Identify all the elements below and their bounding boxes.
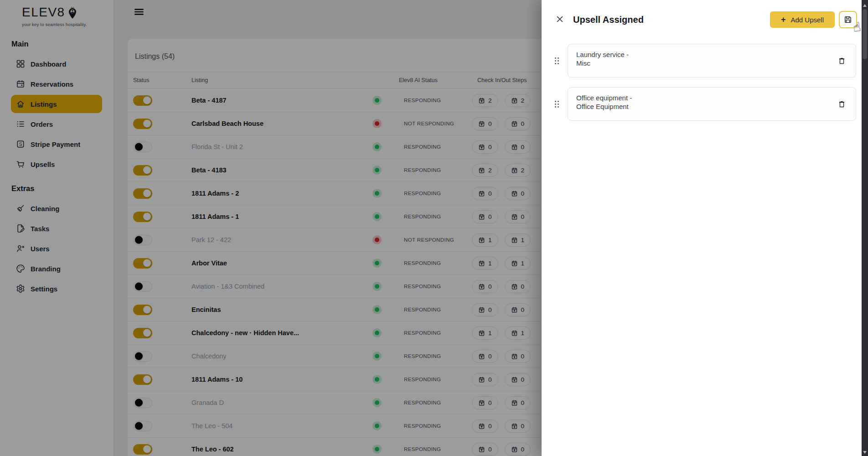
drag-handle-icon[interactable]: [554, 57, 560, 65]
page-scrollbar[interactable]: [862, 0, 868, 456]
scrollbar-thumb[interactable]: [863, 9, 867, 59]
scroll-down-arrow-icon[interactable]: [862, 448, 868, 455]
close-icon[interactable]: [554, 14, 566, 26]
upsell-item: Office equipment - Office Equipment: [554, 87, 856, 121]
trash-icon: [837, 100, 848, 109]
upsell-item: Laundry service - Misc: [554, 44, 856, 78]
delete-upsell-button[interactable]: [837, 55, 848, 66]
drag-handle-icon[interactable]: [554, 100, 560, 109]
add-upsell-button[interactable]: + Add Upsell: [770, 11, 835, 28]
add-upsell-label: Add Upsell: [790, 16, 824, 24]
panel-header: Upsell Assigned + Add Upsell ☝: [542, 0, 862, 28]
upsell-label: Laundry service - Misc: [568, 44, 856, 67]
save-upsells-button[interactable]: ☝: [839, 11, 857, 28]
scroll-up-arrow-icon[interactable]: [862, 1, 868, 8]
upsell-label: Office equipment - Office Equipment: [568, 88, 856, 111]
save-floppy-icon: [840, 15, 856, 24]
trash-icon: [837, 57, 848, 65]
panel-title: Upsell Assigned: [573, 15, 644, 25]
upsell-list: Laundry service - Misc Office equipment …: [542, 28, 862, 121]
plus-icon: +: [781, 16, 786, 24]
upsell-assigned-panel: Upsell Assigned + Add Upsell ☝ Laundry s…: [542, 0, 862, 456]
delete-upsell-button[interactable]: [837, 98, 848, 109]
